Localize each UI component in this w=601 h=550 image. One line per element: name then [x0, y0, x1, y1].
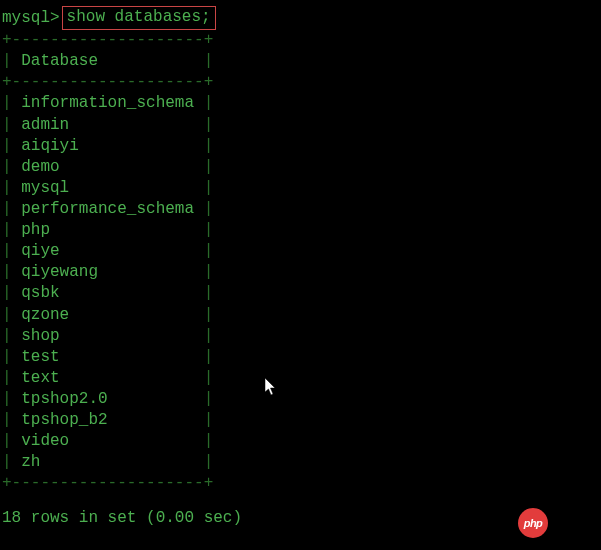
- pipe-right: |: [60, 284, 214, 302]
- pipe-right: |: [60, 348, 214, 366]
- pipe-right: |: [98, 263, 213, 281]
- database-name: shop: [21, 327, 59, 345]
- table-row: | shop |: [2, 326, 599, 347]
- database-name: qsbk: [21, 284, 59, 302]
- pipe-right: |: [40, 453, 213, 471]
- pipe-left: |: [2, 116, 21, 134]
- database-list: | information_schema || admin || aiqiyi …: [2, 93, 599, 473]
- database-name: performance_schema: [21, 200, 194, 218]
- pipe-right: |: [60, 369, 214, 387]
- database-name: tpshop_b2: [21, 411, 107, 429]
- database-name: demo: [21, 158, 59, 176]
- pipe-left: |: [2, 284, 21, 302]
- php-badge-icon: php: [518, 508, 548, 538]
- pipe-left: |: [2, 306, 21, 324]
- table-row: | tpshop_b2 |: [2, 410, 599, 431]
- database-name: qzone: [21, 306, 69, 324]
- table-border-top: +--------------------+: [2, 30, 599, 51]
- pipe-right: |: [194, 94, 213, 112]
- php-badge-label: php: [524, 516, 543, 531]
- pipe-left: |: [2, 179, 21, 197]
- table-row: | performance_schema |: [2, 199, 599, 220]
- pipe-left: |: [2, 369, 21, 387]
- table-header-row: | Database |: [2, 51, 599, 72]
- database-name: qiyewang: [21, 263, 98, 281]
- column-header: Database: [21, 52, 98, 70]
- database-name: mysql: [21, 179, 69, 197]
- pipe-right: |: [108, 411, 214, 429]
- pipe-left: |: [2, 158, 21, 176]
- database-name: video: [21, 432, 69, 450]
- table-row: | qiye |: [2, 241, 599, 262]
- database-name: tpshop2.0: [21, 390, 107, 408]
- pipe-right: |: [60, 242, 214, 260]
- table-row: | mysql |: [2, 178, 599, 199]
- table-row: | admin |: [2, 115, 599, 136]
- highlighted-command-box: show databases;: [62, 6, 216, 30]
- database-name: php: [21, 221, 50, 239]
- pipe-right: |: [69, 306, 213, 324]
- result-summary: 18 rows in set (0.00 sec): [2, 508, 599, 529]
- pipe-left: |: [2, 137, 21, 155]
- table-row: | zh |: [2, 452, 599, 473]
- pipe-right: |: [60, 327, 214, 345]
- table-row: | aiqiyi |: [2, 136, 599, 157]
- database-name: test: [21, 348, 59, 366]
- pipe-left: |: [2, 242, 21, 260]
- table-border-mid: +--------------------+: [2, 72, 599, 93]
- pipe-left: |: [2, 52, 21, 70]
- pipe-right: |: [60, 158, 214, 176]
- command-prompt-line: mysql> show databases;: [2, 6, 599, 30]
- table-row: | text |: [2, 368, 599, 389]
- pipe-left: |: [2, 327, 21, 345]
- mysql-prompt: mysql>: [2, 8, 60, 29]
- pipe-left: |: [2, 453, 21, 471]
- table-row: | information_schema |: [2, 93, 599, 114]
- pipe-left: |: [2, 411, 21, 429]
- table-border-bottom: +--------------------+: [2, 473, 599, 494]
- table-row: | qzone |: [2, 305, 599, 326]
- table-row: | qiyewang |: [2, 262, 599, 283]
- database-name: admin: [21, 116, 69, 134]
- database-name: aiqiyi: [21, 137, 79, 155]
- pipe-right: |: [108, 390, 214, 408]
- pipe-left: |: [2, 221, 21, 239]
- pipe-right: |: [50, 221, 213, 239]
- database-name: zh: [21, 453, 40, 471]
- table-row: | qsbk |: [2, 283, 599, 304]
- pipe-right: |: [69, 432, 213, 450]
- table-row: | tpshop2.0 |: [2, 389, 599, 410]
- database-name: information_schema: [21, 94, 194, 112]
- table-row: | php |: [2, 220, 599, 241]
- pipe-left: |: [2, 390, 21, 408]
- pipe-left: |: [2, 348, 21, 366]
- pipe-right: |: [69, 179, 213, 197]
- pipe-right: |: [194, 200, 213, 218]
- pipe-left: |: [2, 94, 21, 112]
- pipe-left: |: [2, 263, 21, 281]
- pipe-left: |: [2, 200, 21, 218]
- pipe-right: |: [79, 137, 213, 155]
- table-row: | demo |: [2, 157, 599, 178]
- database-name: qiye: [21, 242, 59, 260]
- table-row: | test |: [2, 347, 599, 368]
- table-row: | video |: [2, 431, 599, 452]
- pipe-right: |: [69, 116, 213, 134]
- database-name: text: [21, 369, 59, 387]
- pipe-left: |: [2, 432, 21, 450]
- pipe-right: |: [98, 52, 213, 70]
